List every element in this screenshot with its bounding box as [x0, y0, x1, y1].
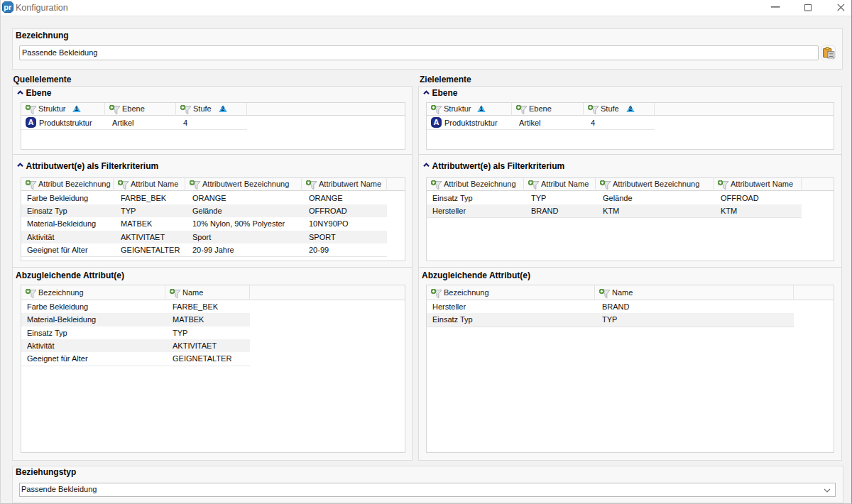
svg-text:2: 2 [628, 105, 632, 112]
svg-text:2: 2 [221, 105, 224, 112]
svg-text:1: 1 [479, 105, 483, 112]
svg-text:pr: pr [4, 3, 12, 11]
svg-text:1: 1 [75, 105, 78, 112]
